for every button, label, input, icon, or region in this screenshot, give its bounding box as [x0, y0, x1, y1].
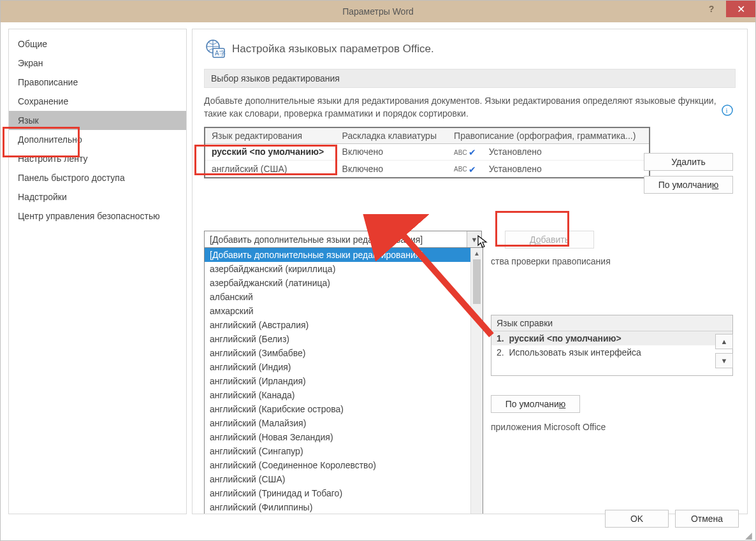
dropdown-option[interactable]: английский (Зимбабве) — [205, 346, 483, 360]
dropdown-option[interactable]: английский (Ирландия) — [205, 374, 483, 388]
dropdown-option[interactable]: английский (Канада) — [205, 388, 483, 402]
cell-proof: Установлено — [483, 143, 650, 161]
section-description: Добавьте дополнительные языки для редакт… — [204, 94, 736, 120]
language-dropdown-list[interactable]: [Добавить дополнительные языки редактиро… — [204, 247, 483, 514]
ok-button[interactable]: OK — [605, 510, 669, 528]
help-button[interactable]: ? — [697, 1, 726, 17]
window-buttons: ? ✕ — [697, 1, 755, 17]
sidebar-item-qat[interactable]: Панель быстрого доступа — [9, 168, 186, 187]
sidebar-item-proofing[interactable]: Правописание — [9, 73, 186, 92]
proofing-hint-text: ства проверки правописания — [491, 256, 611, 266]
window-title: Параметры Word — [342, 6, 414, 17]
titlebar: Параметры Word ? ✕ — [1, 1, 755, 22]
help-language-header: Язык справки — [491, 315, 732, 331]
dropdown-scrollbar[interactable]: ▲ ▼ — [470, 248, 483, 514]
dropdown-option[interactable]: албанский — [205, 290, 483, 304]
cancel-button[interactable]: Отмена — [675, 510, 739, 528]
table-row[interactable]: русский <по умолчанию> Включено ABC✔ Уст… — [205, 143, 650, 161]
move-down-button[interactable]: ▼ — [715, 353, 733, 368]
editing-language-table[interactable]: Язык редактирования Раскладка клавиатуры… — [204, 127, 650, 178]
language-globe-icon: A字 — [204, 38, 226, 60]
abc-check-icon: ABC✔ — [454, 147, 476, 157]
svg-text:A字: A字 — [215, 50, 226, 57]
scroll-up-icon[interactable]: ▲ — [471, 248, 483, 258]
sidebar-item-display[interactable]: Экран — [9, 54, 186, 73]
dropdown-option[interactable]: английский (Тринидад и Тобаго) — [205, 486, 483, 500]
svg-text:i: i — [726, 106, 728, 114]
dropdown-option[interactable]: английский (Соединенное Королевство) — [205, 458, 483, 472]
options-window: Параметры Word ? ✕ Общие Экран Правописа… — [0, 0, 756, 541]
move-up-button[interactable]: ▲ — [715, 334, 733, 349]
cell-lang: русский <по умолчанию> — [205, 143, 336, 161]
sidebar-item-ribbon[interactable]: Настроить ленту — [9, 149, 186, 168]
dropdown-option[interactable]: английский (Карибские острова) — [205, 402, 483, 416]
table-button-column: Удалить По умолчанию — [644, 153, 733, 194]
add-language-combo[interactable]: [Добавить дополнительные языки редактиро… — [204, 231, 482, 249]
category-list: Общие Экран Правописание Сохранение Язык… — [9, 34, 186, 226]
chevron-down-icon[interactable]: ▼ — [467, 231, 481, 248]
info-icon[interactable]: i — [722, 105, 733, 116]
dialog-footer: OK Отмена — [605, 510, 739, 528]
sidebar-item-trust[interactable]: Центр управления безопасностью — [9, 206, 186, 226]
scroll-thumb[interactable] — [473, 259, 481, 304]
dropdown-option[interactable]: английский (Малайзия) — [205, 416, 483, 430]
sidebar-item-advanced[interactable]: Дополнительно — [9, 130, 186, 149]
resize-grip-icon[interactable]: ◢ — [745, 530, 754, 539]
dialog-body: Общие Экран Правописание Сохранение Язык… — [1, 22, 755, 540]
page-heading: A字 Настройка языковых параметров Office. — [204, 38, 736, 60]
dropdown-option[interactable]: азербайджанский (латиница) — [205, 276, 483, 290]
sidebar-item-save[interactable]: Сохранение — [9, 92, 186, 111]
col-layout[interactable]: Раскладка клавиатуры — [336, 127, 448, 144]
abc-check-icon: ABC✔ — [454, 164, 476, 175]
dropdown-option[interactable]: английский (Белиз) — [205, 332, 483, 346]
cell-layout: Включено — [336, 143, 448, 161]
col-proofing[interactable]: Правописание (орфография, грамматика...) — [447, 127, 650, 144]
sidebar-item-language[interactable]: Язык — [9, 111, 186, 130]
dropdown-option[interactable]: английский (Филиппины) — [205, 500, 483, 514]
help-language-section: Язык справки 1. русский <по умолчанию> 2… — [491, 315, 733, 376]
col-language[interactable]: Язык редактирования — [205, 127, 336, 144]
cell-proof: Установлено — [483, 161, 650, 178]
dropdown-option[interactable]: английский (США) — [205, 472, 483, 486]
add-button[interactable]: Добавить — [505, 231, 594, 249]
sidebar-item-general[interactable]: Общие — [9, 34, 186, 54]
cell-layout: Включено — [336, 161, 448, 178]
add-language-combo-wrap: [Добавить дополнительные языки редактиро… — [204, 231, 482, 249]
list-item[interactable]: 2. Использовать язык интерфейса — [491, 345, 732, 359]
section-editing-languages: Выбор языков редактирования — [204, 69, 736, 88]
ms-office-text: приложения Microsoft Office — [491, 422, 606, 432]
dropdown-option[interactable]: азербайджанский (кириллица) — [205, 262, 483, 276]
dropdown-option[interactable]: английский (Сингапур) — [205, 444, 483, 458]
help-default-button[interactable]: По умолчанию — [491, 395, 580, 413]
reorder-buttons: ▲ ▼ — [715, 334, 733, 368]
heading-text: Настройка языковых параметров Office. — [232, 43, 434, 55]
dropdown-option[interactable]: английский (Австралия) — [205, 318, 483, 332]
content-panel: A字 Настройка языковых параметров Office.… — [192, 29, 748, 514]
set-default-button[interactable]: По умолчанию — [644, 176, 733, 194]
dropdown-option[interactable]: амхарский — [205, 304, 483, 318]
remove-button[interactable]: Удалить — [644, 153, 733, 171]
combo-value: [Добавить дополнительные языки редактиро… — [210, 234, 423, 245]
close-button[interactable]: ✕ — [726, 1, 755, 17]
table-row[interactable]: английский (США) Включено ABC✔ Установле… — [205, 161, 650, 178]
cell-lang: английский (США) — [205, 161, 336, 178]
sidebar-item-addins[interactable]: Надстройки — [9, 187, 186, 206]
category-sidebar: Общие Экран Правописание Сохранение Язык… — [8, 29, 187, 514]
dropdown-option[interactable]: английский (Индия) — [205, 360, 483, 374]
list-item[interactable]: 1. русский <по умолчанию> — [491, 331, 732, 345]
dropdown-option[interactable]: английский (Новая Зеландия) — [205, 430, 483, 444]
dropdown-option[interactable]: [Добавить дополнительные языки редактиро… — [205, 248, 483, 262]
help-language-list[interactable]: Язык справки 1. русский <по умолчанию> 2… — [491, 315, 733, 376]
